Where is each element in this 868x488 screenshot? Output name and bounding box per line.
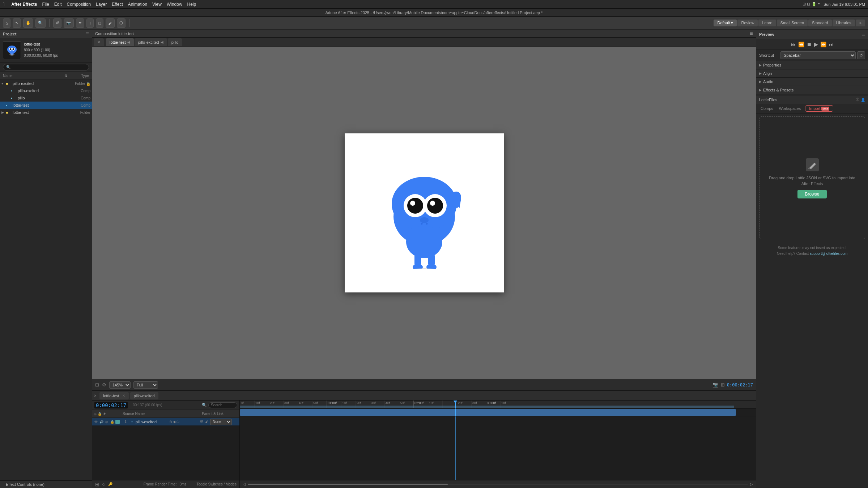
workspace-libraries[interactable]: Libraries [833,20,855,26]
zoom-selector[interactable]: 145% 100% 50% 25% [109,381,131,389]
menu-edit[interactable]: Edit [54,2,62,7]
sort-icon[interactable]: ⇅ [64,74,67,78]
shape-tool[interactable]: □ [96,18,103,28]
grid-btn[interactable]: ⊞ [721,382,725,388]
comp-tab-pillo[interactable]: pillo [168,38,182,46]
menu-view[interactable]: View [152,2,162,7]
timeline-zoom-out[interactable]: ◁ [243,482,246,486]
quality-selector[interactable]: Full Half Third Quarter [133,381,158,389]
hand-tool[interactable]: ✋ [23,18,33,28]
menu-window[interactable]: Window [167,2,182,7]
menu-animation[interactable]: Animation [128,2,147,7]
workspace-expand[interactable]: » [856,20,865,26]
skip-start-btn[interactable]: ⏮ [791,42,796,47]
add-keyframe-btn[interactable]: ◇ [102,482,105,486]
lottiefiles-import-btn[interactable]: Import beta [805,105,833,112]
motion-blur-btn[interactable]: ◑ [173,420,176,424]
playhead-ruler[interactable] [455,401,456,408]
3d-btn[interactable]: ⬡ [176,420,179,424]
expand-btn[interactable]: ⊞ [95,481,99,487]
audio-header[interactable]: ▶ Audio [756,78,868,86]
tab-close-icon[interactable]: ◀ [127,40,130,44]
layer-lock-btn[interactable]: 🔒 [110,420,114,424]
browse-btn[interactable]: Browse [797,190,826,198]
layer-solo-btn[interactable]: ◎ [105,420,109,424]
timeline-layer-row-1[interactable]: 👁 🔊 ◎ 🔒 1 ▪ pillo-excited fx ◑ ⬡ [92,418,239,426]
lottiefiles-avatar[interactable]: 👤 [861,98,865,102]
rotation-tool[interactable]: ↺ [53,18,61,28]
project-options[interactable]: ☰ [86,32,89,36]
comp-panel-options[interactable]: ☰ [750,31,753,35]
menu-layer[interactable]: Layer [96,2,107,7]
lottiefiles-workspaces-tab[interactable]: Workspaces [778,106,802,111]
play-btn[interactable]: ▶ [814,41,818,48]
keyframe-nav-btn[interactable]: 🔑 [108,482,112,486]
menu-effect[interactable]: Effect [112,2,123,7]
tab-close-icon[interactable]: ◀ [161,40,163,44]
home-btn[interactable]: ⌂ [3,18,10,28]
app-name[interactable]: After Effects [11,2,37,7]
workspace-review[interactable]: Review [737,20,758,26]
puppet-tool[interactable]: ⬡ [117,18,125,28]
step-back-btn[interactable]: ⏪ [798,42,804,47]
skip-end-btn[interactable]: ⏭ [829,42,834,47]
camera-tool[interactable]: 📷 [64,18,74,28]
lottiefiles-options[interactable]: ⋯ [850,98,854,102]
paint-tool[interactable]: 🖌 [106,18,115,28]
timeline-tab-lottie-test[interactable]: lottie-test ✕ [99,392,129,399]
timeline-ruler[interactable]: 0f 10f 20f 30f 40f 50f 01:00f 10f 20f 30… [240,401,756,408]
snapshot-btn[interactable]: 📷 [712,382,719,388]
comp-tab-pillo-excited[interactable]: pillo-excited ◀ [135,38,167,46]
tree-item-lottie-test-folder[interactable]: ▶ ■ lottie-test Folder [0,109,92,116]
tree-item-pillo-comp[interactable]: ▪ pillo Comp [0,94,92,102]
timeline-zoom-in[interactable]: ▷ [750,482,753,486]
drop-zone-text: Drag and drop Lottie JSON or SVG to impo… [765,175,859,187]
lottie-drop-zone[interactable]: Drag and drop Lottie JSON or SVG to impo… [759,116,865,239]
menu-help[interactable]: Help [187,2,196,7]
project-search-input[interactable] [3,64,89,70]
timeline-tab-pillo-excited[interactable]: pillo-excited [130,392,158,399]
comp-settings-btn[interactable]: ⚙ [102,382,106,388]
toggle-switches[interactable]: Toggle Switches / Modes [196,482,237,486]
effects-presets-header[interactable]: ▶ Effects & Presets [756,86,868,94]
align-header[interactable]: ▶ Align [756,69,868,77]
layer-audio-btn[interactable]: 🔊 [99,420,103,424]
lottiefiles-info-icon[interactable]: ⓘ [856,97,859,102]
timeline-zoom-slider[interactable] [248,484,748,485]
workspace-learn[interactable]: Learn [758,20,776,26]
comp-tab-lottie-test[interactable]: lottie-test ◀ [106,38,134,46]
timeline-search-input[interactable] [208,402,237,408]
zoom-tool[interactable]: 🔍 [35,18,46,28]
stop-btn[interactable]: ⏹ [807,42,812,47]
timeline-close-all[interactable]: ✕ [94,394,97,398]
lottiefiles-comps-tab[interactable]: Comps [759,106,775,111]
comp-tab-close-btn[interactable]: ✕ [94,38,104,46]
selection-tool[interactable]: ↖ [13,18,21,28]
layer-eye-btn[interactable]: 👁 [94,420,98,424]
parent-select[interactable]: None [210,419,232,425]
workspace-default[interactable]: Default ▾ [714,20,737,26]
workspace-standard[interactable]: Standard [808,20,832,26]
fx-btn[interactable]: fx [170,420,172,424]
pen-tool[interactable]: ✒ [76,18,84,28]
layer-bar-1[interactable] [240,409,736,416]
shortcut-refresh-btn[interactable]: ↺ [857,51,865,59]
menu-file[interactable]: File [42,2,49,7]
shortcut-select[interactable]: Spacebar [780,51,856,59]
fit-to-comp-btn[interactable]: ⊡ [95,382,99,388]
text-tool[interactable]: T [86,18,94,28]
properties-header[interactable]: ▶ Properties [756,61,868,69]
step-forward-btn[interactable]: ⏩ [820,42,826,47]
tree-item-lottie-test-comp[interactable]: ▪ lottie-test Comp [0,102,92,109]
work-area-bar[interactable] [240,406,734,408]
menu-composition[interactable]: Composition [67,2,91,7]
timecode-display[interactable]: 0:00:02:17 [94,402,128,408]
support-link[interactable]: support@lottiefiles.com [810,252,847,256]
effect-controls-title: Effect Controls (none) [3,481,47,488]
workspace-small-screen[interactable]: Small Screen [777,20,808,26]
tree-item-pillo-excited-folder[interactable]: ▾ ■ pillo-excited Folder 🔒 [0,80,92,87]
preview-options[interactable]: ☰ [862,32,865,36]
tree-item-pillo-excited-comp[interactable]: ▪ pillo-excited Comp [0,87,92,94]
timeline-tab-close[interactable]: ✕ [122,394,125,398]
apple-menu[interactable]:  [3,1,5,7]
